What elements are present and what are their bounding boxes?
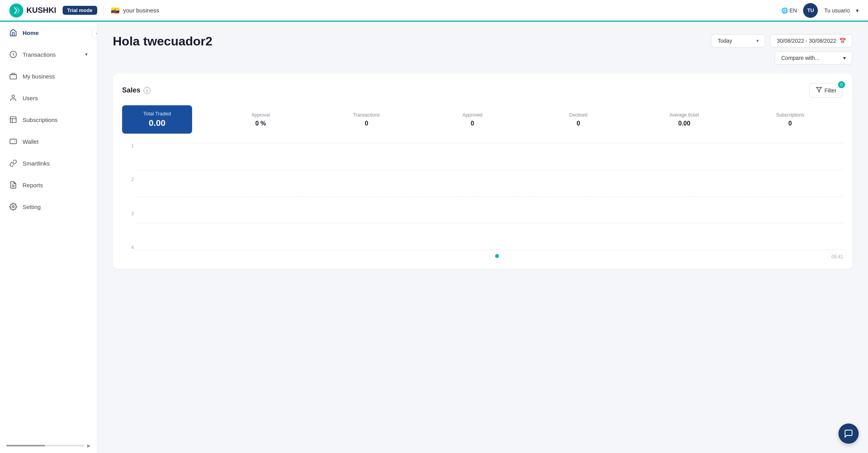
user-menu-chevron[interactable]: ▾ [856,7,859,14]
chart-y-label-4: 4 [122,245,134,250]
business-name: your business [123,7,159,14]
setting-icon [9,203,17,211]
sidebar-item-transactions-label: Transactions [23,51,56,58]
sidebar-item-smartlinks-label: Smartlinks [23,160,50,167]
date-range-picker[interactable]: 30/08/2022 - 30/08/2022 📅 [770,34,852,47]
user-avatar[interactable]: TU [803,3,818,18]
sidebar-item-smartlinks[interactable]: Smartlinks [0,152,97,174]
sidebar-item-subscriptions[interactable]: Subscriptions [0,109,97,131]
metrics-row: Total Traded 0.00 Approval 0 % Transacti… [122,105,843,134]
chart-x-label: 05:41 [831,254,843,260]
chart-y-labels: 4 3 2 1 [122,143,134,250]
lang-selector[interactable]: 🌐 EN [781,7,797,14]
avg-ticket-value: 0.00 [631,120,737,127]
country-flag: 🇪🇨 [110,5,120,16]
metric-subscriptions: Subscriptions 0 [737,112,843,127]
page-header: Hola twecuador2 Today ▾ 30/08/2022 - 30/… [113,34,852,64]
sidebar-item-users-label: Users [23,95,38,101]
sales-label: Sales [122,86,140,94]
user-name: Tu usuario [824,7,850,14]
topbar-left: KUSHKI Trial mode 🇪🇨 your business [9,3,159,17]
chart-grid-line-4 [138,143,843,143]
subscriptions-icon [9,116,17,124]
sidebar-scroll-thumb [6,445,45,446]
smartlinks-icon [9,159,17,167]
sidebar-item-reports-label: Reports [23,182,43,188]
chart-grid-line-2 [138,197,843,197]
transactions-value: 0 [313,120,419,127]
users-icon [9,94,17,102]
total-traded-label: Total Traded [131,111,183,117]
declined-value: 0 [525,120,631,127]
avg-ticket-label: Average ticket [631,112,737,118]
main-content: Hola twecuador2 Today ▾ 30/08/2022 - 30/… [97,22,868,453]
layout: ‹ Home Transactions ▾ My business Users [0,22,868,453]
sidebar-item-my-business-label: My business [23,73,55,80]
svg-rect-4 [10,139,17,144]
period-chevron: ▾ [756,38,759,44]
transactions-chevron: ▾ [85,52,88,57]
chart-grid-line-3 [138,170,843,170]
filter-label: Filter [824,87,836,94]
metric-approval: Approval 0 % [208,112,313,127]
sidebar-item-setting[interactable]: Setting [0,196,97,218]
compare-button[interactable]: Compare with... ▾ [775,51,852,64]
sidebar-item-reports[interactable]: Reports [0,174,97,196]
sidebar-item-home[interactable]: Home [0,22,97,44]
filter-icon [816,87,822,94]
globe-icon: 🌐 [781,7,788,14]
topbar-divider [103,5,104,16]
period-dropdown[interactable]: Today ▾ [711,34,765,47]
business-selector[interactable]: 🇪🇨 your business [110,5,159,16]
chart-grid-line-0 [138,250,843,250]
chart-grid-line-1 [138,223,843,223]
chart-grid [138,143,843,250]
compare-chevron: ▾ [843,55,846,61]
approved-label: Approved [420,112,525,118]
logo-text: KUSHKI [26,6,56,15]
transactions-icon [9,51,17,58]
svg-rect-1 [10,75,17,79]
subscriptions-value: 0 [737,120,843,127]
sidebar-item-wallet-label: Wallet [23,138,38,145]
sidebar-item-users[interactable]: Users [0,87,97,109]
sidebar-item-home-label: Home [23,30,39,36]
filter-button[interactable]: Filter 0 [809,83,843,98]
logo-icon [9,3,23,17]
total-traded-value: 0.00 [131,118,183,128]
wallet-icon [9,138,17,145]
chat-fab[interactable] [838,423,859,444]
transactions-label: Transactions [313,112,419,118]
sidebar-item-subscriptions-label: Subscriptions [23,117,58,123]
sales-title: Sales i [122,86,150,94]
svg-point-7 [12,206,14,208]
header-controls-top: Today ▾ 30/08/2022 - 30/08/2022 📅 [711,34,852,47]
approval-label: Approval [208,112,313,118]
period-label: Today [718,38,732,44]
trial-badge: Trial mode [63,6,97,15]
sidebar-expand-icon[interactable]: ▶ [87,443,91,448]
sidebar-item-transactions[interactable]: Transactions ▾ [0,44,97,65]
chart-dot [495,254,499,258]
home-icon [9,29,17,37]
sidebar-item-setting-label: Setting [23,204,41,210]
sales-info-icon[interactable]: i [144,87,150,94]
sidebar: ‹ Home Transactions ▾ My business Users [0,22,97,453]
sidebar-item-my-business[interactable]: My business [0,65,97,87]
chart-y-label-1: 1 [122,143,134,148]
subscriptions-label: Subscriptions [737,112,843,118]
calendar-icon: 📅 [839,38,846,44]
lang-label: EN [789,7,797,14]
metric-declined: Declined 0 [525,112,631,127]
chart-y-label-3: 3 [122,211,134,216]
approved-value: 0 [420,120,525,127]
kushki-logo: KUSHKI [9,3,56,17]
sidebar-item-wallet[interactable]: Wallet [0,131,97,152]
sidebar-bottom: ▶ [0,438,97,453]
topbar: KUSHKI Trial mode 🇪🇨 your business 🌐 EN … [0,0,868,22]
metric-total-traded: Total Traded 0.00 [122,105,192,134]
topbar-right: 🌐 EN TU Tu usuario ▾ [781,3,859,18]
declined-label: Declined [525,112,631,118]
page-title: Hola twecuador2 [113,34,212,49]
approval-value: 0 % [208,120,313,127]
